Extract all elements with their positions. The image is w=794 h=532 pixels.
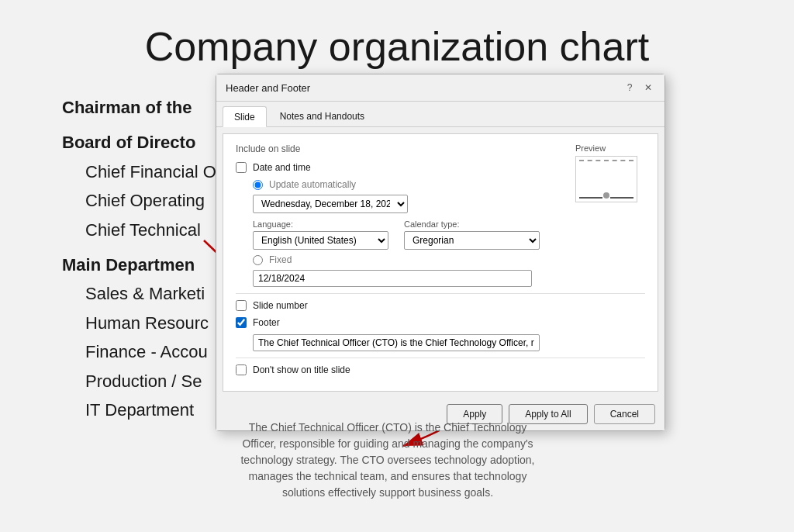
cancel-button[interactable]: Cancel (594, 404, 655, 424)
calendar-group: Calendar type: Gregorian (404, 219, 540, 250)
calendar-label: Calendar type: (404, 219, 540, 229)
dialog-title: Header and Footer (226, 82, 310, 94)
divider-1 (236, 293, 645, 294)
update-auto-radio[interactable] (253, 180, 263, 190)
footer-input-row (253, 334, 645, 351)
footer-label[interactable]: Footer (253, 317, 280, 328)
footer-checkbox-row: Footer (236, 317, 645, 328)
fixed-radio-group: Fixed (253, 254, 645, 265)
preview-label: Preview (575, 143, 645, 153)
help-button[interactable]: ? (623, 81, 637, 95)
dialog-titlebar: Header and Footer ? ✕ (216, 74, 665, 102)
calendar-select[interactable]: Gregorian (404, 231, 540, 250)
slide-number-row: Slide number (236, 300, 645, 311)
tab-notes-handouts[interactable]: Notes and Handouts (268, 106, 376, 126)
footer-text-input[interactable] (253, 334, 540, 351)
dont-show-row: Don't show on title slide (236, 364, 645, 375)
dont-show-checkbox[interactable] (236, 364, 247, 375)
language-label: Language: (253, 219, 388, 229)
annotation-text: The Chief Technical Officer (CTO) is the… (240, 421, 534, 499)
date-time-checkbox[interactable] (236, 162, 247, 173)
preview-footer-right (610, 197, 633, 199)
date-time-label[interactable]: Date and time (253, 162, 311, 173)
footer-checkbox[interactable] (236, 317, 247, 328)
dialog-tabs: Slide Notes and Handouts (216, 102, 665, 127)
fixed-radio[interactable] (253, 255, 263, 265)
language-group: Language: English (United States) (253, 219, 388, 250)
date-select[interactable]: Wednesday, December 18, 2024 (253, 195, 408, 213)
preview-slide (575, 156, 637, 202)
tab-slide[interactable]: Slide (223, 106, 267, 127)
dialog-controls: ? ✕ (623, 81, 655, 95)
preview-footer-center (603, 192, 609, 199)
update-auto-label[interactable]: Update automatically (269, 179, 356, 190)
slide-number-label[interactable]: Slide number (253, 300, 308, 311)
preview-box: Preview (575, 143, 645, 202)
fixed-row: Fixed (253, 254, 645, 265)
bottom-annotation: The Chief Technical Officer (CTO) is the… (240, 420, 535, 501)
preview-footer-area (579, 192, 633, 199)
language-select[interactable]: English (United States) (253, 231, 388, 250)
divider-2 (236, 358, 645, 358)
close-button[interactable]: ✕ (641, 81, 655, 95)
fixed-input-row (253, 270, 645, 287)
fixed-date-input[interactable] (253, 270, 532, 287)
header-footer-dialog: Header and Footer ? ✕ Slide Notes and Ha… (216, 74, 665, 431)
dialog-body: Preview Include on slide Date and time (223, 133, 658, 392)
preview-footer-left (579, 197, 602, 199)
dont-show-label[interactable]: Don't show on title slide (253, 364, 350, 375)
lang-cal-row: Language: English (United States) Calend… (253, 219, 645, 250)
slide-number-checkbox[interactable] (236, 300, 247, 311)
fixed-label[interactable]: Fixed (269, 254, 292, 265)
